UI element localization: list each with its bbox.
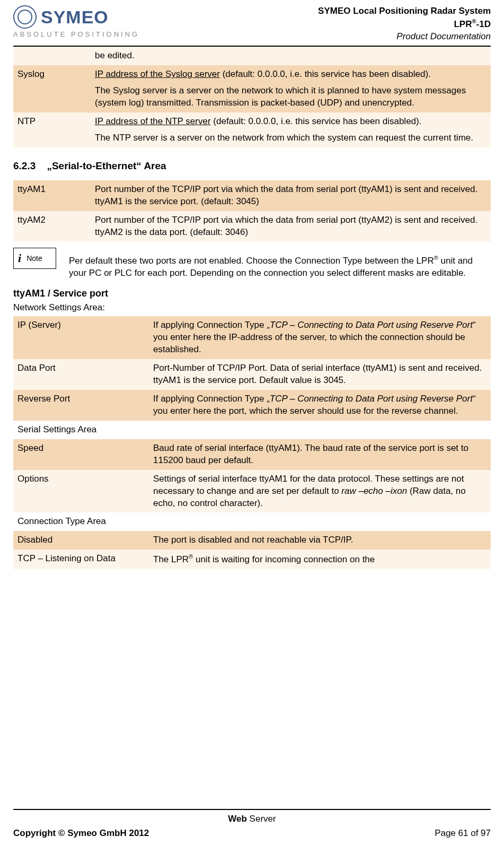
cell-speed-desc: Baud rate of serial interface (ttyAM1). …: [149, 439, 491, 470]
cell-tcplistening-label: TCP – Listening on Data: [13, 550, 149, 569]
cell-empty: [13, 47, 91, 65]
cell-speed-label: Speed: [13, 439, 149, 470]
cell-options-label: Options: [13, 470, 149, 513]
cell-continued: be edited.: [91, 47, 491, 65]
cell-disabled-desc: The port is disabled and not reachable v…: [149, 531, 491, 550]
doc-title-block: SYMEO Local Positioning Radar System LPR…: [318, 5, 491, 42]
table-serial-to-ethernet: ttyAM1 Port number of the TCP/IP port vi…: [13, 180, 491, 242]
cell-dataport-desc: Port-Number of TCP/IP Port. Data of seri…: [149, 359, 491, 390]
row-serial-settings-area: Serial Settings Area: [13, 421, 491, 439]
cell-dataport-label: Data Port: [13, 359, 149, 390]
row-connection-type-area: Connection Type Area: [13, 512, 491, 531]
cell-ttyam2-label: ttyAM2: [13, 211, 91, 242]
subheading-ttyam1: ttyAM1 / Service port: [13, 287, 491, 300]
cell-disabled-label: Disabled: [13, 531, 149, 550]
info-icon: i: [18, 250, 21, 266]
note-label: Note: [26, 254, 42, 264]
cell-tcplistening-desc: The LPR® unit is waiting for incoming co…: [149, 550, 491, 569]
footer-page-number: Page 61 of 97: [435, 827, 491, 840]
logo-text: SYMEO: [41, 8, 109, 26]
note-block: i Note Per default these two ports are n…: [13, 245, 491, 280]
cell-syslog-label: Syslog: [13, 65, 91, 112]
cell-ttyam2-desc: Port number of the TCP/IP port via which…: [91, 211, 491, 242]
note-text: Per default these two ports are not enab…: [69, 254, 491, 280]
cell-ipserver-desc: If applying Connection Type „TCP – Conne…: [149, 316, 491, 359]
doc-title-line2: LPR®-1D: [318, 18, 491, 31]
note-box: i Note: [13, 248, 56, 269]
cell-syslog-desc: IP address of the Syslog server (default…: [91, 65, 491, 112]
cell-ttyam1-label: ttyAM1: [13, 180, 91, 211]
cell-ipserver-label: IP (Server): [13, 316, 149, 359]
cell-ntp-label: NTP: [13, 112, 91, 147]
target-icon: [13, 5, 37, 29]
text-network-settings-area: Network Settings Area:: [13, 302, 491, 314]
table-network-params: be edited. Syslog IP address of the Sysl…: [13, 47, 491, 147]
page-header: SYMEO ABSOLUTE POSITIONING SYMEO Local P…: [13, 5, 491, 47]
section-heading-623: 6.2.3 „Serial-to-Ethernet“ Area: [13, 159, 491, 173]
footer-center: Web Server: [13, 813, 491, 825]
cell-options-desc: Settings of serial interface ttyAM1 for …: [149, 470, 491, 513]
cell-reverseport-desc: If applying Connection Type „TCP – Conne…: [149, 390, 491, 421]
cell-ttyam1-desc: Port number of the TCP/IP port via which…: [91, 180, 491, 211]
doc-title-line1: SYMEO Local Positioning Radar System: [318, 5, 491, 18]
cell-reverseport-label: Reverse Port: [13, 390, 149, 421]
logo-block: SYMEO ABSOLUTE POSITIONING: [13, 5, 139, 39]
table-ttyam1-settings: IP (Server) If applying Connection Type …: [13, 316, 491, 569]
page-footer: Web Server Copyright © Symeo GmbH 2012 P…: [13, 806, 491, 840]
doc-title-line3: Product Documentation: [318, 31, 491, 43]
logo-subtitle: ABSOLUTE POSITIONING: [13, 30, 139, 39]
footer-copyright: Copyright © Symeo GmbH 2012: [13, 827, 149, 840]
cell-ntp-desc: IP address of the NTP server (default: 0…: [91, 112, 491, 147]
